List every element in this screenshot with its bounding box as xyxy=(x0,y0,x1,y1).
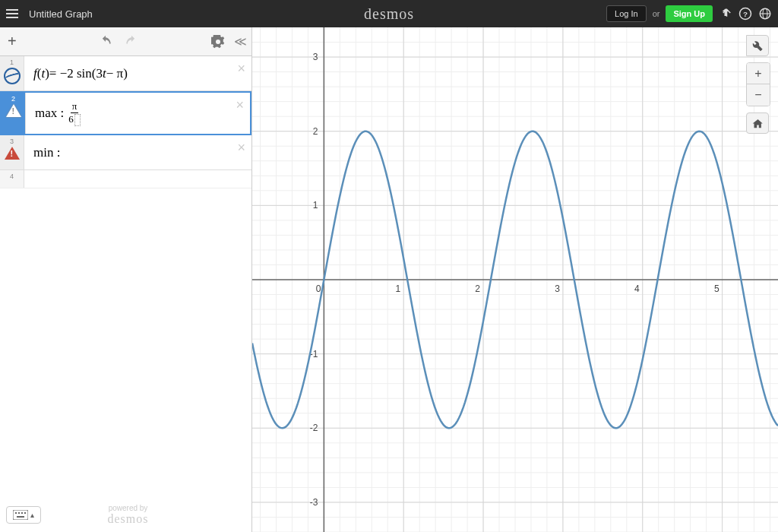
globe-icon[interactable] xyxy=(758,7,772,21)
svg-rect-6 xyxy=(15,512,17,514)
svg-text:3: 3 xyxy=(313,52,318,62)
chevron-up-icon: ▴ xyxy=(30,511,34,519)
expression-row-3[interactable]: 3 min : × xyxy=(0,135,251,170)
warning-icon[interactable] xyxy=(6,104,21,117)
svg-text:4: 4 xyxy=(634,283,640,294)
row-number: 4 xyxy=(10,173,14,180)
collapse-icon[interactable]: ≪ xyxy=(234,34,244,49)
close-icon[interactable]: × xyxy=(236,97,244,113)
expression-input[interactable]: min : xyxy=(24,135,251,169)
share-icon[interactable] xyxy=(719,7,732,21)
close-icon[interactable]: × xyxy=(237,140,245,156)
signup-button[interactable]: Sign Up xyxy=(666,5,713,22)
desmos-logo: desmos xyxy=(364,5,414,23)
svg-rect-5 xyxy=(13,510,28,520)
expression-row-4[interactable]: 4 xyxy=(0,170,251,188)
svg-text:2: 2 xyxy=(313,126,318,137)
help-icon[interactable]: ? xyxy=(738,7,752,21)
zoom-in-button[interactable]: + xyxy=(747,63,770,84)
keyboard-icon xyxy=(13,510,28,520)
add-expression-button[interactable]: + xyxy=(8,33,26,50)
home-button[interactable] xyxy=(746,112,769,134)
wrench-icon[interactable] xyxy=(746,35,769,56)
function-icon[interactable] xyxy=(4,68,21,84)
menu-icon[interactable] xyxy=(6,6,21,21)
undo-icon[interactable] xyxy=(98,34,113,49)
svg-text:2: 2 xyxy=(475,283,480,294)
powered-by: powered by desmos xyxy=(108,504,149,526)
zoom-out-button[interactable]: − xyxy=(747,84,770,106)
graph-canvas[interactable]: 012345-3-2-1123 + − xyxy=(252,27,778,532)
expression-input[interactable]: f(t) = −2 sin(3t − π) xyxy=(24,56,251,90)
redo-icon[interactable] xyxy=(124,34,139,49)
expression-input[interactable]: max : π6 xyxy=(26,93,250,134)
error-icon[interactable] xyxy=(5,147,20,160)
svg-text:?: ? xyxy=(743,10,748,18)
svg-text:3: 3 xyxy=(555,283,560,294)
expression-row-2[interactable]: 2 max : π6 × xyxy=(0,91,251,135)
row-number: 1 xyxy=(10,59,14,66)
svg-text:1: 1 xyxy=(313,200,318,211)
expression-row-1[interactable]: 1 f(t) = −2 sin(3t − π) × xyxy=(0,56,251,91)
close-icon[interactable]: × xyxy=(237,61,245,77)
svg-text:5: 5 xyxy=(714,283,719,294)
settings-icon[interactable] xyxy=(211,35,225,49)
row-number: 2 xyxy=(11,95,15,103)
keyboard-button[interactable]: ▴ xyxy=(6,506,41,524)
svg-text:-2: -2 xyxy=(310,423,318,433)
svg-rect-10 xyxy=(17,516,24,518)
svg-rect-9 xyxy=(24,512,26,514)
row-number: 3 xyxy=(10,138,14,145)
or-label: or xyxy=(653,9,660,18)
graph-title[interactable]: Untitled Graph xyxy=(29,8,93,20)
svg-rect-8 xyxy=(21,512,23,514)
svg-rect-7 xyxy=(18,512,20,514)
login-button[interactable]: Log In xyxy=(606,5,647,22)
svg-text:0: 0 xyxy=(316,283,321,294)
svg-text:1: 1 xyxy=(396,283,401,294)
svg-text:-3: -3 xyxy=(310,497,318,508)
